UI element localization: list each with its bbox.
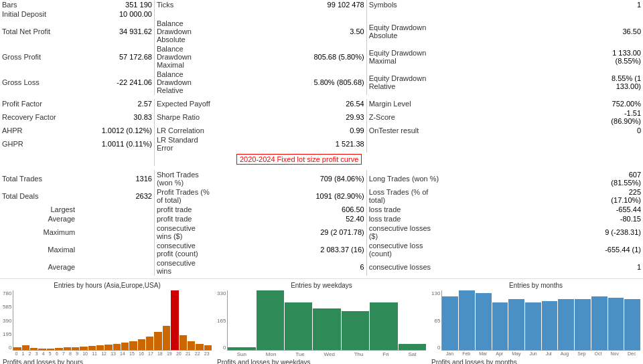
bar-17 bbox=[154, 332, 161, 350]
row-initial-deposit: Initial Deposit 10 000.00 bbox=[0, 9, 643, 19]
lr-stderr-value: 1 521.38 bbox=[212, 135, 366, 153]
hours-x-1: 1 bbox=[22, 351, 25, 356]
ahpr-value: 1.0012 (0.12%) bbox=[77, 126, 154, 135]
mo-x-Apr: Apr bbox=[496, 351, 503, 356]
hours-y2: 390 bbox=[3, 318, 11, 324]
bar-5 bbox=[370, 302, 397, 350]
profit-factor-label: Profit Factor bbox=[0, 99, 77, 108]
row-maximum: Maximum consecutive wins ($) 29 (2 071.7… bbox=[0, 223, 643, 241]
avg-consec-label: Average bbox=[0, 258, 77, 276]
bar-11 bbox=[104, 345, 112, 350]
mo-y2: 130 bbox=[431, 290, 440, 296]
avg-loss-value: -80.15 bbox=[598, 214, 643, 223]
maximal-label: Maximal bbox=[0, 241, 77, 258]
bar-6 bbox=[64, 347, 71, 350]
wd-x-Thu: Thu bbox=[354, 351, 364, 357]
total-deals-label: Total Deals bbox=[0, 187, 77, 205]
row-bars: Bars 351 190 Ticks 99 102 478 Symbols 1 bbox=[0, 0, 643, 9]
sharpe-ratio-label: Sharpe Ratio bbox=[154, 108, 212, 126]
ontester-label: OnTester result bbox=[366, 126, 443, 135]
row-ghpr: GHPR 1.0011 (0.11%) LR Standard Error 1 … bbox=[0, 135, 643, 153]
row-total-deals: Total Deals 2632 Profit Trades (% of tot… bbox=[0, 187, 643, 205]
bar-2 bbox=[476, 293, 492, 350]
avg-consec-loss-label: consecutive losses bbox=[366, 258, 443, 276]
bar-5 bbox=[55, 348, 62, 350]
total-trades-value: 1316 bbox=[77, 170, 154, 187]
lr-corr-value: 0.99 bbox=[212, 126, 366, 135]
hours-x-2: 2 bbox=[29, 351, 31, 356]
loss-trades-label: Loss Trades (% of total) bbox=[366, 187, 443, 205]
row-avg-consec: Average consecutive wins 6 consecutive l… bbox=[0, 258, 643, 276]
bar-3 bbox=[313, 308, 340, 350]
row-maximal: Maximal consecutive profit (count) 2 083… bbox=[0, 241, 643, 258]
exp-payoff-label: Expected Payoff bbox=[154, 99, 212, 108]
stats-table: Bars 351 190 Ticks 99 102 478 Symbols 1 … bbox=[0, 0, 643, 276]
hours-x-20: 20 bbox=[176, 351, 182, 356]
largest-loss-value: -655.44 bbox=[598, 205, 643, 214]
row-largest: Largest profit trade 606.50 loss trade -… bbox=[0, 205, 643, 214]
bar-4 bbox=[508, 299, 524, 350]
initial-deposit-label: Initial Deposit bbox=[0, 9, 77, 19]
row-ahpr: AHPR 1.0012 (0.12%) LR Correlation 0.99 … bbox=[0, 126, 643, 135]
largest-loss-label: loss trade bbox=[366, 205, 443, 214]
mo-x-Feb: Feb bbox=[462, 351, 470, 356]
recovery-factor-label: Recovery Factor bbox=[0, 108, 77, 126]
profits-weekdays-label: Profits and losses by weekdays bbox=[217, 359, 426, 364]
bar-0 bbox=[13, 347, 21, 350]
mo-x-May: May bbox=[512, 351, 520, 356]
wd-y1: 165 bbox=[217, 318, 226, 324]
wd-x-Sat: Sat bbox=[408, 351, 416, 357]
row-net-profit: Total Net Profit 34 931.62 Balance Drawd… bbox=[0, 19, 643, 44]
hours-x-0: 0 bbox=[15, 351, 17, 356]
mo-x-Aug: Aug bbox=[561, 351, 569, 356]
row-recovery-factor: Recovery Factor 30.83 Sharpe Ratio 29.93… bbox=[0, 108, 643, 126]
initial-deposit-value: 10 000.00 bbox=[77, 9, 154, 19]
bar-9 bbox=[88, 346, 96, 350]
lr-corr-label: LR Correlation bbox=[154, 126, 212, 135]
hours-x-8: 8 bbox=[69, 351, 72, 356]
hours-x-12: 12 bbox=[101, 351, 106, 356]
z-score-value: -1.51 (86.90%) bbox=[598, 108, 643, 126]
gross-loss-value: -22 241.06 bbox=[77, 70, 154, 95]
months-x-labels: JanFebMarAprMayJunJulAugSepOctNovDec bbox=[441, 351, 640, 356]
recovery-factor-value: 30.83 bbox=[77, 108, 154, 126]
bal-dd-abs-value: 3.50 bbox=[212, 19, 366, 44]
months-chart-title: Entries by months bbox=[431, 282, 640, 289]
hours-x-13: 13 bbox=[111, 351, 116, 356]
wd-y0: 0 bbox=[217, 345, 226, 351]
mo-x-Jul: Jul bbox=[546, 351, 552, 356]
hours-x-4: 4 bbox=[42, 351, 45, 356]
margin-level-label: Margin Level bbox=[366, 99, 443, 108]
max-consec-loss-label: consecutive losses ($) bbox=[366, 223, 443, 241]
eq-dd-abs-value: 36.50 bbox=[598, 19, 643, 44]
gross-profit-label: Gross Profit bbox=[0, 44, 77, 70]
z-score-label: Z-Score bbox=[366, 108, 443, 126]
hours-x-7: 7 bbox=[62, 351, 65, 356]
hours-y0: 0 bbox=[3, 345, 11, 351]
long-trades-value: 607 (81.55%) bbox=[598, 170, 643, 187]
bar-4 bbox=[47, 349, 54, 350]
max-consec-profit-value: 2 083.37 (16) bbox=[212, 241, 366, 258]
symbols-value: 1 bbox=[598, 0, 643, 9]
profit-factor-value: 2.57 bbox=[77, 99, 154, 108]
bar-12 bbox=[113, 344, 121, 350]
bal-dd-rel-value: 5.80% (805.68) bbox=[212, 70, 366, 95]
total-deals-value: 2632 bbox=[77, 187, 154, 205]
bar-19 bbox=[171, 290, 178, 350]
mo-x-Mar: Mar bbox=[479, 351, 487, 356]
bar-23 bbox=[204, 345, 212, 350]
bar-9 bbox=[591, 296, 608, 350]
highlight-label: 2020-2024 Fixed lot size profit curve bbox=[236, 154, 362, 165]
hours-x-5: 5 bbox=[49, 351, 52, 356]
bar-11 bbox=[624, 299, 640, 350]
hours-x-3: 3 bbox=[35, 351, 38, 356]
long-trades-label: Long Trades (won %) bbox=[366, 170, 443, 187]
bar-1 bbox=[257, 290, 284, 350]
gross-loss-label: Gross Loss bbox=[0, 70, 77, 95]
row-profit-factor: Profit Factor 2.57 Expected Payoff 26.54… bbox=[0, 99, 643, 108]
hours-x-6: 6 bbox=[56, 351, 58, 356]
loss-trades-value: 225 (17.10%) bbox=[598, 187, 643, 205]
bar-13 bbox=[121, 343, 129, 350]
sharpe-ratio-value: 29.93 bbox=[212, 108, 366, 126]
hours-x-17: 17 bbox=[148, 351, 153, 356]
